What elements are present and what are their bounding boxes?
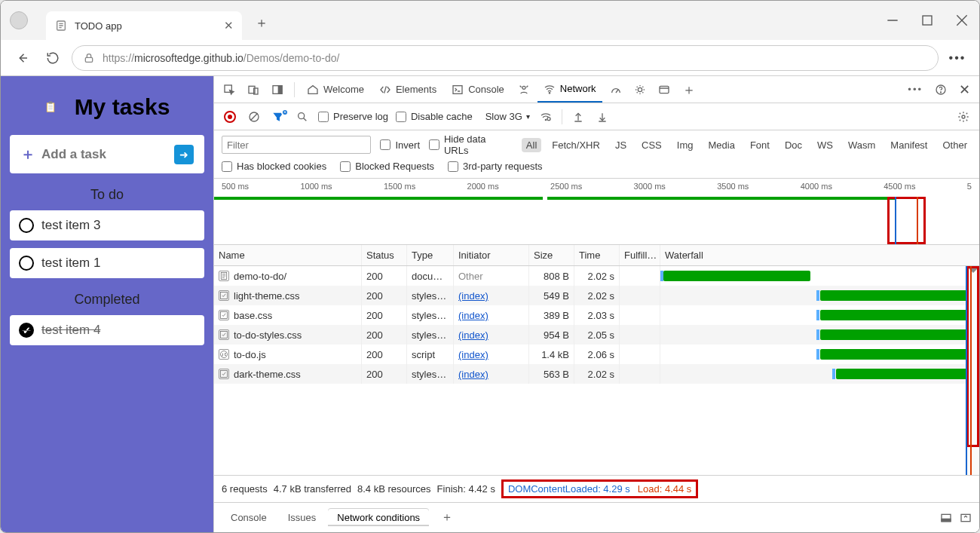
drawer-tab-add[interactable]: ＋ [432, 507, 462, 528]
column-header[interactable]: Size [529, 245, 574, 265]
network-settings-button[interactable] [955, 111, 972, 123]
request-initiator[interactable]: (index) [454, 325, 529, 345]
filter-input[interactable] [222, 136, 371, 154]
network-conditions-icon[interactable] [537, 111, 554, 123]
tab-network[interactable]: Network [537, 76, 602, 103]
minimize-button[interactable] [875, 7, 910, 34]
throttle-select[interactable]: Slow 3G▾ [480, 109, 530, 124]
request-row[interactable]: base.css200styles…(index)389 B2.03 s [214, 305, 979, 325]
tab-application-icon[interactable] [654, 76, 675, 103]
drawer-expand-icon[interactable] [960, 512, 972, 524]
add-task-submit[interactable]: ➜ [174, 145, 194, 164]
devtools-close-button[interactable]: ✕ [954, 76, 975, 103]
type-filter-css[interactable]: CSS [637, 138, 666, 152]
type-filter-all[interactable]: All [522, 138, 541, 152]
checkbox-icon[interactable] [19, 218, 34, 233]
request-row[interactable]: demo-to-do/200docu…Other808 B2.02 s [214, 266, 979, 286]
has-blocked-cookies-checkbox[interactable]: Has blocked cookies [222, 161, 326, 172]
column-header[interactable]: Name [214, 245, 362, 265]
request-fulfilled [620, 266, 660, 286]
blocked-requests-checkbox[interactable]: Blocked Requests [340, 161, 434, 172]
new-tab-button[interactable]: ＋ [251, 12, 272, 33]
refresh-button[interactable] [41, 47, 64, 69]
search-button[interactable] [294, 111, 311, 123]
request-initiator[interactable]: (index) [454, 286, 529, 305]
drawer-tab-issues[interactable]: Issues [279, 509, 326, 526]
type-filter-font[interactable]: Font [746, 138, 774, 152]
third-party-checkbox[interactable]: 3rd-party requests [448, 161, 543, 172]
tab-add[interactable]: ＋ [678, 76, 700, 103]
add-task-input[interactable]: ＋ Add a task ➜ [10, 135, 204, 173]
network-toolbar: × Preserve log Disable cache Slow 3G▾ [214, 103, 979, 130]
inspect-element-button[interactable] [219, 76, 240, 103]
type-filter-manifest[interactable]: Manifest [886, 138, 932, 152]
waterfall-highlight-box [966, 266, 979, 447]
device-emulation-button[interactable] [243, 76, 264, 103]
disable-cache-checkbox[interactable]: Disable cache [396, 111, 473, 122]
drawer-tab-network-conditions[interactable]: Network conditions [328, 509, 429, 526]
filter-toggle[interactable]: × [270, 111, 286, 123]
type-filter-img[interactable]: Img [672, 138, 698, 152]
type-filter-fetchxhr[interactable]: Fetch/XHR [547, 138, 605, 152]
request-row[interactable]: dark-theme.css200styles…(index)563 B2.02… [214, 364, 979, 384]
record-button[interactable] [222, 111, 238, 123]
type-filter-doc[interactable]: Doc [780, 138, 807, 152]
tab-welcome[interactable]: Welcome [301, 76, 370, 103]
drawer-tab-console[interactable]: Console [222, 509, 276, 526]
tab-performance-icon[interactable] [605, 76, 626, 103]
task-item[interactable]: test item 3 [10, 210, 204, 240]
request-initiator[interactable]: (index) [454, 345, 529, 364]
type-filter-js[interactable]: JS [611, 138, 631, 152]
dock-side-button[interactable] [267, 76, 288, 103]
tab-close-icon[interactable]: ✕ [222, 19, 234, 32]
window-controls [875, 7, 979, 34]
column-header[interactable]: Type [407, 245, 454, 265]
invert-checkbox[interactable]: Invert [380, 139, 420, 151]
devtools-more-button[interactable]: ••• [903, 76, 927, 103]
svg-point-51 [962, 115, 965, 118]
profile-avatar[interactable] [10, 11, 28, 29]
browser-tab[interactable]: TODO app ✕ [46, 11, 242, 40]
request-status: 200 [362, 286, 407, 305]
help-button[interactable] [930, 76, 951, 103]
timeline-overview[interactable]: 500 ms1000 ms1500 ms2000 ms2500 ms3000 m… [214, 179, 979, 245]
request-status: 200 [362, 266, 407, 286]
clear-button[interactable] [246, 111, 262, 123]
task-item[interactable]: test item 1 [10, 248, 204, 278]
close-button[interactable] [945, 7, 979, 34]
type-filter-media[interactable]: Media [703, 138, 739, 152]
request-row[interactable]: to-do-styles.css200styles…(index)954 B2.… [214, 325, 979, 345]
drawer-dock-icon[interactable] [940, 512, 952, 524]
column-header[interactable]: Initiator [454, 245, 529, 265]
column-header[interactable]: Fulfill… [620, 245, 660, 265]
type-filter-wasm[interactable]: Wasm [844, 138, 880, 152]
export-har-button[interactable] [594, 111, 611, 123]
request-row[interactable]: light-theme.css200styles…(index)549 B2.0… [214, 286, 979, 305]
tab-console[interactable]: Console [446, 76, 510, 103]
tab-memory-icon[interactable] [629, 76, 651, 103]
hide-data-urls-checkbox[interactable]: Hide data URLs [429, 133, 513, 156]
tab-elements[interactable]: Elements [373, 76, 443, 103]
request-size: 954 B [529, 325, 574, 345]
tab-sources-icon[interactable] [513, 76, 534, 103]
request-row[interactable]: to-do.js200script(index)1.4 kB2.06 s [214, 345, 979, 364]
address-bar[interactable]: https://microsoftedge.github.io/Demos/de… [72, 45, 939, 71]
type-filter-ws[interactable]: WS [813, 138, 838, 152]
column-header[interactable]: Waterfall [660, 245, 979, 265]
type-filter-other[interactable]: Other [938, 138, 972, 152]
request-initiator[interactable]: (index) [454, 305, 529, 325]
task-item-completed[interactable]: test item 4 [10, 315, 204, 345]
import-har-button[interactable] [570, 111, 586, 123]
column-header[interactable]: Time [574, 245, 620, 265]
checkbox-icon[interactable] [19, 256, 34, 271]
preserve-log-checkbox[interactable]: Preserve log [318, 111, 388, 122]
back-button[interactable] [11, 47, 34, 69]
maximize-button[interactable] [910, 7, 945, 34]
svg-rect-12 [48, 102, 52, 104]
more-menu-button[interactable]: ••• [946, 47, 969, 69]
svg-rect-9 [85, 57, 92, 62]
column-header[interactable]: Status [362, 245, 407, 265]
request-initiator[interactable]: (index) [454, 364, 529, 384]
checkbox-done-icon[interactable] [19, 323, 34, 338]
waterfall-cell [660, 364, 979, 384]
